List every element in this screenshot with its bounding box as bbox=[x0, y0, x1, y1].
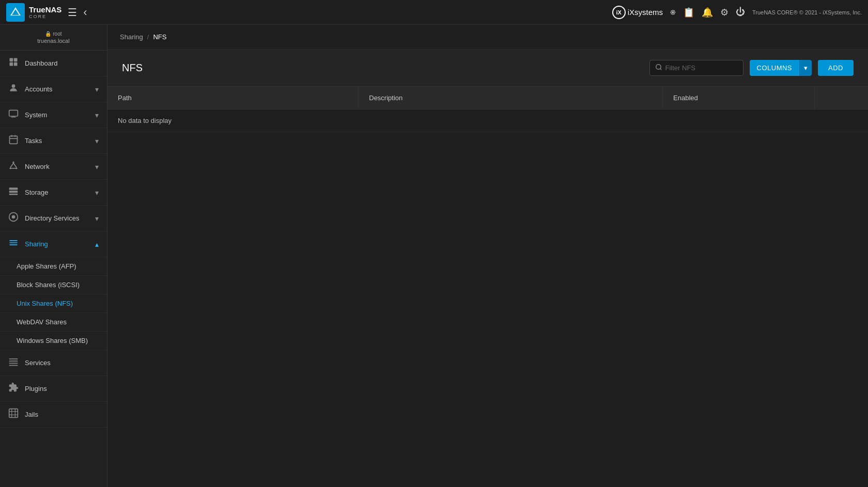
accounts-arrow: ▾ bbox=[95, 85, 99, 93]
sidebar-item-storage-label: Storage bbox=[25, 188, 49, 196]
svg-rect-21 bbox=[9, 191, 18, 193]
sidebar: 🔒 root truenas.local Dashboard Accounts … bbox=[0, 25, 107, 487]
copyright-text: TrueNAS CORE® © 2021 - iXSystems, Inc. bbox=[752, 9, 862, 15]
tasks-icon bbox=[8, 134, 19, 147]
directory-services-icon bbox=[8, 212, 19, 225]
main-layout: 🔒 root truenas.local Dashboard Accounts … bbox=[0, 25, 868, 487]
user-host: truenas.local bbox=[37, 38, 69, 44]
search-icon bbox=[655, 64, 662, 72]
sidebar-item-iscsi[interactable]: Block Shares (iSCSI) bbox=[0, 276, 107, 294]
svg-rect-2 bbox=[10, 58, 13, 62]
back-button[interactable]: ‹ bbox=[83, 6, 87, 19]
columns-button[interactable]: COLUMNS bbox=[750, 60, 800, 76]
sidebar-item-accounts[interactable]: Accounts ▾ bbox=[0, 76, 107, 102]
sidebar-item-sharing-label: Sharing bbox=[25, 240, 48, 248]
no-data-message: No data to display bbox=[107, 109, 868, 132]
user-section: 🔒 root truenas.local bbox=[0, 25, 107, 51]
user-name: root bbox=[53, 31, 61, 37]
sidebar-item-system-label: System bbox=[25, 111, 47, 119]
sidebar-item-nfs-label: Unix Shares (NFS) bbox=[17, 300, 73, 307]
dashboard-icon bbox=[8, 57, 19, 70]
sidebar-item-webdav[interactable]: WebDAV Shares bbox=[0, 313, 107, 332]
sidebar-item-jails[interactable]: Jails bbox=[0, 402, 107, 428]
settings-icon[interactable]: ⚙ bbox=[720, 7, 729, 18]
ix-circle-icon: iX bbox=[612, 6, 626, 19]
sidebar-item-plugins[interactable]: Plugins bbox=[0, 376, 107, 402]
sidebar-item-services-label: Services bbox=[25, 359, 51, 367]
storage-icon bbox=[8, 186, 19, 199]
columns-dropdown-button[interactable]: ▾ bbox=[799, 60, 812, 76]
add-button[interactable]: ADD bbox=[818, 60, 854, 76]
table-container: Path Description Enabled No data to disp… bbox=[107, 87, 868, 487]
svg-rect-22 bbox=[9, 194, 18, 195]
sidebar-item-smb[interactable]: Windows Shares (SMB) bbox=[0, 332, 107, 350]
breadcrumb-parent[interactable]: Sharing bbox=[120, 33, 143, 41]
sidebar-item-network-label: Network bbox=[25, 163, 50, 170]
svg-rect-20 bbox=[9, 187, 18, 190]
breadcrumb-separator: / bbox=[147, 33, 149, 41]
topbar-right: iX iXsystems ⎈ 📋 🔔 ⚙ ⏻ TrueNAS CORE® © 2… bbox=[612, 6, 862, 19]
tasks-arrow: ▾ bbox=[95, 137, 99, 145]
sidebar-item-smb-label: Windows Shares (SMB) bbox=[17, 337, 88, 344]
breadcrumb: Sharing / NFS bbox=[107, 25, 868, 50]
sidebar-item-nfs[interactable]: Unix Shares (NFS) bbox=[0, 294, 107, 313]
logo-subtitle: CORE bbox=[29, 14, 61, 19]
ixsystems-logo: iX iXsystems bbox=[612, 6, 663, 19]
svg-line-17 bbox=[10, 163, 13, 167]
power-icon[interactable]: ⏻ bbox=[736, 7, 745, 18]
svg-rect-9 bbox=[11, 117, 16, 118]
sidebar-item-dashboard-label: Dashboard bbox=[25, 59, 58, 67]
sidebar-item-afp[interactable]: Apple Shares (AFP) bbox=[0, 257, 107, 276]
sidebar-item-directory-services-label: Directory Services bbox=[25, 214, 79, 222]
column-actions bbox=[815, 87, 868, 109]
sidebar-item-plugins-label: Plugins bbox=[25, 385, 47, 392]
logo-title: TrueNAS bbox=[29, 5, 61, 14]
topbar-left: TrueNAS CORE ☰ ‹ bbox=[6, 3, 87, 22]
column-description: Description bbox=[359, 87, 663, 109]
clipboard-icon[interactable]: 📋 bbox=[683, 7, 694, 18]
svg-line-35 bbox=[660, 69, 661, 70]
storage-arrow: ▾ bbox=[95, 188, 99, 197]
columns-button-group: COLUMNS ▾ bbox=[750, 60, 812, 76]
column-enabled: Enabled bbox=[663, 87, 815, 109]
directory-services-arrow: ▾ bbox=[95, 214, 99, 223]
topbar: TrueNAS CORE ☰ ‹ iX iXsystems ⎈ 📋 🔔 ⚙ ⏻ … bbox=[0, 0, 868, 25]
ixsystems-label: iXsystems bbox=[628, 8, 663, 17]
table-header-row: Path Description Enabled bbox=[107, 87, 868, 109]
services-icon bbox=[8, 356, 19, 369]
page-title: NFS bbox=[122, 62, 143, 74]
sidebar-item-tasks[interactable]: Tasks ▾ bbox=[0, 128, 107, 154]
svg-rect-3 bbox=[14, 58, 18, 62]
sidebar-item-network[interactable]: Network ▾ bbox=[0, 154, 107, 180]
sidebar-item-tasks-label: Tasks bbox=[25, 137, 42, 145]
sidebar-item-directory-services[interactable]: Directory Services ▾ bbox=[0, 206, 107, 231]
breadcrumb-current: NFS bbox=[153, 33, 166, 41]
network-arrow: ▾ bbox=[95, 163, 99, 171]
jails-icon bbox=[8, 408, 19, 421]
trident-icon[interactable]: ⎈ bbox=[670, 7, 676, 18]
system-icon bbox=[8, 108, 19, 121]
filter-input-wrap bbox=[649, 60, 743, 76]
accounts-icon bbox=[8, 83, 19, 96]
svg-point-34 bbox=[656, 65, 660, 69]
logo-box bbox=[6, 3, 25, 22]
table-empty-row: No data to display bbox=[107, 109, 868, 132]
svg-point-24 bbox=[12, 215, 16, 219]
filter-nfs-input[interactable] bbox=[665, 64, 738, 72]
notification-icon[interactable]: 🔔 bbox=[702, 7, 713, 18]
svg-point-14 bbox=[12, 162, 14, 163]
user-lock-icon: 🔒 root bbox=[45, 31, 61, 37]
header-actions: COLUMNS ▾ ADD bbox=[649, 60, 854, 76]
system-arrow: ▾ bbox=[95, 111, 99, 119]
content-area: Sharing / NFS NFS COLUMNS ▾ bbox=[107, 25, 868, 487]
sidebar-item-dashboard[interactable]: Dashboard bbox=[0, 51, 107, 76]
sidebar-item-iscsi-label: Block Shares (iSCSI) bbox=[17, 281, 80, 289]
sidebar-item-system[interactable]: System ▾ bbox=[0, 102, 107, 128]
sidebar-item-sharing[interactable]: Sharing ▴ bbox=[0, 231, 107, 257]
column-path: Path bbox=[107, 87, 359, 109]
logo-area: TrueNAS CORE bbox=[6, 3, 61, 22]
sidebar-item-storage[interactable]: Storage ▾ bbox=[0, 180, 107, 206]
hamburger-button[interactable]: ☰ bbox=[68, 6, 77, 19]
svg-rect-10 bbox=[10, 136, 18, 144]
sidebar-item-services[interactable]: Services bbox=[0, 350, 107, 376]
